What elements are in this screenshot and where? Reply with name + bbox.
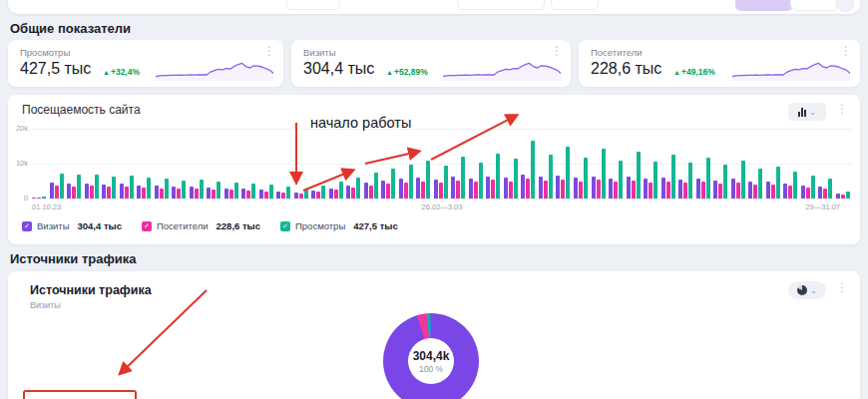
toolbar-primary-button[interactable] [735,0,793,11]
kebab-menu-icon[interactable]: ⋮ [836,282,848,292]
bar-group[interactable] [556,147,570,200]
metric-card-visitors: Посетители 228,6 тыс ▲+49,16% ⋮ [579,40,860,87]
bar-group[interactable] [224,183,238,199]
bar [574,178,578,199]
bar-group[interactable] [434,166,448,199]
bar-group[interactable] [748,169,762,199]
bar-group[interactable] [32,197,46,199]
bar-group[interactable] [661,155,675,199]
y-axis-tick: 0 [10,194,28,202]
kebab-menu-icon[interactable]: ⋮ [836,104,848,114]
bar [731,179,735,199]
bar [182,181,186,199]
bar-group[interactable] [766,167,780,199]
bar-group[interactable] [644,162,657,199]
bar [741,161,745,199]
bar-group[interactable] [346,178,360,199]
bar [766,182,770,200]
bar [207,188,211,199]
bar-group[interactable] [50,174,64,199]
legend-label: Просмотры [295,220,345,231]
traffic-sources-card: Источники трафика Визиты ⌄ ⋮ 304,4k 100 … [8,271,860,399]
bar-group[interactable] [311,186,325,199]
bar-group[interactable] [241,184,255,199]
bar-group[interactable] [85,175,99,200]
bar [776,167,780,199]
bar-group[interactable] [609,161,623,200]
annotation-text: начало работы [310,115,411,131]
bar-group[interactable] [783,172,797,199]
chart-type-selector[interactable]: ⌄ [788,103,826,121]
bar [526,179,530,199]
bar-group[interactable] [678,163,692,199]
toolbar-segment[interactable] [551,0,599,10]
top-toolbar [8,0,860,14]
bar [404,183,408,199]
bar-group[interactable] [486,154,500,200]
bar-group[interactable] [190,180,204,199]
bar-group[interactable] [539,155,553,199]
bar-group[interactable] [276,187,290,199]
pie-chart-icon [797,285,807,295]
kebab-menu-icon[interactable]: ⋮ [840,46,852,56]
bar-group[interactable] [155,179,169,199]
bar-group[interactable] [469,163,483,199]
checkbox-checked-icon[interactable]: ✓ [280,221,290,231]
bar-group[interactable] [294,190,308,199]
bar-group[interactable] [259,185,273,199]
bar [609,179,613,199]
donut-center-value: 304,4k [413,349,450,363]
bar [521,175,525,199]
bar-group[interactable] [731,161,745,199]
bar [649,183,652,199]
kebab-menu-icon[interactable]: ⋮ [263,46,275,56]
bar [723,165,727,199]
bar-group[interactable] [627,152,641,199]
donut-center: 304,4k 100 % [408,338,454,384]
bar-group[interactable] [801,176,815,199]
bar-group[interactable] [696,158,710,199]
bar-group[interactable] [120,176,134,199]
chart-type-selector[interactable]: ⌄ [788,281,826,299]
sparkline-chart [156,55,273,81]
legend-item-views[interactable]: ✓ Просмотры 427,5 тыс [280,220,398,231]
legend-item-visits[interactable]: ✓ Визиты 304,4 тыс [22,220,122,231]
section-title-overview: Общие показатели [10,21,131,36]
bar-group[interactable] [364,173,378,199]
bar [246,191,250,199]
bar [469,179,473,199]
bar-group[interactable] [329,182,343,199]
bar-group[interactable] [521,141,535,199]
bar [125,187,129,199]
bar-group[interactable] [399,165,413,199]
bar-group[interactable] [451,157,465,199]
bar-group[interactable] [207,182,220,200]
donut-chart[interactable]: 304,4k 100 % [383,313,479,399]
up-arrow-icon: ▲ [103,69,110,76]
bar-group[interactable] [381,169,395,199]
bar-group[interactable] [713,165,727,199]
bar-group[interactable] [67,175,81,199]
bar [294,193,298,199]
bar-group[interactable] [102,177,116,199]
bar-group[interactable] [137,178,151,199]
card-subtitle: Визиты [30,300,61,310]
bar [544,181,548,199]
checkbox-checked-icon[interactable]: ✓ [142,221,152,231]
bar [602,149,606,199]
checkbox-checked-icon[interactable]: ✓ [22,221,32,231]
bar-group[interactable] [416,161,430,200]
toolbar-secondary-button[interactable] [790,0,838,11]
legend-item-visitors[interactable]: ✓ Посетители 228,6 тыс [142,220,260,231]
bar-group[interactable] [592,149,606,199]
bar-group[interactable] [172,181,186,199]
bar-group[interactable] [574,158,588,199]
toolbar-segment[interactable] [286,0,340,10]
kebab-menu-icon[interactable]: ⋮ [551,46,563,56]
bar-group[interactable] [504,159,518,199]
bar [688,163,692,199]
bar-group[interactable] [818,179,832,199]
avatar[interactable] [836,0,854,12]
bar-group[interactable] [836,192,850,199]
toolbar-segment[interactable] [457,0,545,10]
